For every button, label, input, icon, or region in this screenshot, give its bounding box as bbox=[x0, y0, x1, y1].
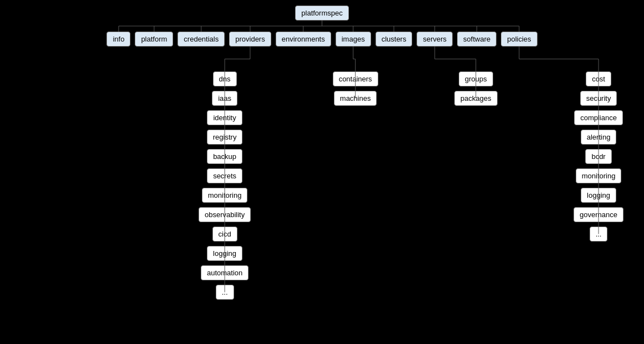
child-containers[interactable]: containers bbox=[333, 71, 378, 86]
nav-images-label: images bbox=[342, 35, 365, 43]
nav-clusters-label: clusters bbox=[382, 35, 407, 43]
child-dns-label: dns bbox=[219, 75, 231, 83]
nav-environments[interactable]: environments bbox=[276, 32, 331, 47]
child-pol-logging[interactable]: logging bbox=[581, 188, 616, 203]
child-logging-label: logging bbox=[213, 249, 236, 258]
child-alerting[interactable]: alerting bbox=[581, 130, 617, 145]
policies-children: cost security compliance alerting bcdr m… bbox=[574, 71, 623, 300]
child-registry-label: registry bbox=[213, 133, 237, 141]
servers-children: groups packages bbox=[454, 71, 498, 300]
nav-credentials[interactable]: credentials bbox=[178, 32, 225, 47]
nav-policies-label: policies bbox=[507, 35, 531, 43]
child-observability[interactable]: observability bbox=[199, 207, 251, 222]
nav-platform[interactable]: platform bbox=[135, 32, 173, 47]
child-groups-label: groups bbox=[465, 75, 487, 83]
child-compliance-label: compliance bbox=[580, 114, 617, 122]
root-label: platformspec bbox=[301, 9, 342, 17]
child-governance-label: governance bbox=[580, 210, 617, 219]
child-automation[interactable]: automation bbox=[201, 265, 249, 280]
child-pol-logging-label: logging bbox=[587, 191, 610, 199]
child-identity[interactable]: identity bbox=[207, 110, 242, 125]
child-providers-more-label: ... bbox=[222, 288, 228, 296]
nav-servers-label: servers bbox=[423, 35, 447, 43]
child-backup[interactable]: backup bbox=[207, 149, 242, 164]
child-identity-label: identity bbox=[213, 114, 236, 122]
child-automation-label: automation bbox=[207, 269, 242, 277]
nav-providers-label: providers bbox=[235, 35, 265, 43]
child-cost-label: cost bbox=[592, 75, 605, 83]
child-compliance[interactable]: compliance bbox=[574, 110, 623, 125]
child-packages[interactable]: packages bbox=[454, 91, 498, 106]
child-dns[interactable]: dns bbox=[213, 71, 237, 86]
nav-images[interactable]: images bbox=[336, 32, 371, 47]
child-iaas[interactable]: iaas bbox=[212, 91, 237, 106]
nav-environments-label: environments bbox=[282, 35, 325, 43]
nav-providers[interactable]: providers bbox=[229, 32, 271, 47]
child-containers-label: containers bbox=[339, 75, 372, 83]
child-secrets-label: secrets bbox=[213, 172, 236, 180]
root-node[interactable]: platformspec bbox=[295, 6, 348, 20]
child-machines-label: machines bbox=[340, 94, 371, 102]
nav-clusters[interactable]: clusters bbox=[376, 32, 413, 47]
nav-info-label: info bbox=[113, 35, 124, 43]
child-security-label: security bbox=[586, 94, 611, 102]
child-iaas-label: iaas bbox=[218, 94, 231, 102]
child-groups[interactable]: groups bbox=[459, 71, 493, 86]
child-logging[interactable]: logging bbox=[207, 246, 242, 261]
child-packages-label: packages bbox=[460, 94, 491, 102]
child-cost[interactable]: cost bbox=[586, 71, 611, 86]
child-providers-more[interactable]: ... bbox=[216, 285, 234, 300]
child-cicd-label: cicd bbox=[219, 230, 231, 238]
child-backup-label: backup bbox=[213, 152, 236, 161]
child-policies-more-label: ... bbox=[596, 230, 602, 238]
child-observability-label: observability bbox=[205, 210, 245, 219]
child-policies-more[interactable]: ... bbox=[590, 227, 608, 242]
nav-info[interactable]: info bbox=[107, 32, 130, 47]
child-monitoring-label: monitoring bbox=[208, 191, 242, 199]
providers-children: dns iaas identity registry backup secret… bbox=[199, 71, 251, 300]
child-machines[interactable]: machines bbox=[334, 91, 377, 106]
images-children: containers machines bbox=[333, 71, 378, 300]
child-governance[interactable]: governance bbox=[574, 207, 623, 222]
child-cicd[interactable]: cicd bbox=[212, 227, 237, 242]
child-registry[interactable]: registry bbox=[207, 130, 243, 145]
nav-software-label: software bbox=[463, 35, 490, 43]
child-pol-monitoring[interactable]: monitoring bbox=[576, 168, 622, 183]
child-secrets[interactable]: secrets bbox=[207, 168, 242, 183]
nav-servers[interactable]: servers bbox=[417, 32, 453, 47]
child-monitoring[interactable]: monitoring bbox=[202, 188, 248, 203]
nav-policies[interactable]: policies bbox=[501, 32, 537, 47]
child-bcdr[interactable]: bcdr bbox=[585, 149, 611, 164]
child-pol-monitoring-label: monitoring bbox=[582, 172, 616, 180]
nav-software[interactable]: software bbox=[457, 32, 496, 47]
nav-platform-label: platform bbox=[141, 35, 167, 43]
child-security[interactable]: security bbox=[580, 91, 617, 106]
child-bcdr-label: bcdr bbox=[591, 152, 605, 161]
nav-credentials-label: credentials bbox=[184, 35, 219, 43]
child-alerting-label: alerting bbox=[587, 133, 611, 141]
